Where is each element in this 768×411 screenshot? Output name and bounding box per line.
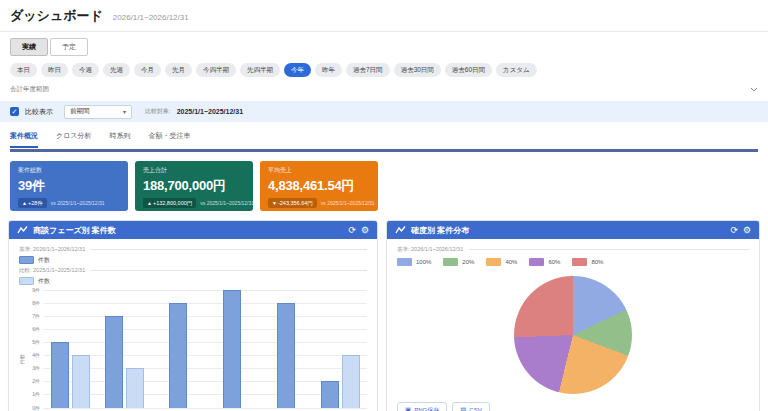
bar-base[interactable] — [105, 316, 123, 408]
pie-panel-title: 確度別 案件分布 — [411, 225, 469, 236]
y-axis-title: 件数 — [19, 290, 27, 411]
period-chip-5[interactable]: 先月 — [165, 63, 192, 77]
y-tick-label: 7件 — [32, 313, 40, 319]
period-chip-12[interactable]: 過去60日間 — [445, 63, 492, 77]
kpi-value: 39件 — [18, 177, 120, 195]
dashboard-page: ダッシュボード 2026/1/1~2026/12/31 実績予定 本日昨日今週先… — [0, 0, 768, 411]
y-tick-label: 6件 — [32, 326, 40, 332]
pie-legend-item-1: 20% — [443, 258, 474, 266]
bar-group-2 — [151, 290, 205, 408]
legend-divider — [91, 270, 367, 271]
gear-icon[interactable] — [361, 226, 369, 235]
bar-panel-title: 商談フェーズ別 案件数 — [33, 225, 116, 236]
period-chip-2[interactable]: 今週 — [72, 63, 99, 77]
kpi-delta-row: ▲+132,800,000円vs 2025/1/1~2025/12/31 — [143, 198, 245, 208]
period-chip-1[interactable]: 昨日 — [41, 63, 68, 77]
csv-export-button[interactable]: CSV — [452, 402, 490, 411]
bar-chart-panel: 商談フェーズ別 案件数 基準: 2026/1/1~2026/12/31件数比較:… — [8, 220, 378, 411]
bar-base[interactable] — [51, 342, 69, 408]
period-chip-11[interactable]: 過去30日間 — [394, 63, 441, 77]
bar-group-0 — [43, 290, 97, 408]
period-chip-13[interactable]: カスタム — [496, 63, 537, 77]
kpi-card-2: 平均売上4,838,461.54円▼-243,356.64円vs 2025/1/… — [260, 161, 378, 211]
bar-group-1 — [97, 290, 151, 408]
kpi-vs-period: vs 2025/1/1~2025/12/31 — [51, 200, 105, 206]
csv-export-label: CSV — [469, 407, 481, 411]
header-date-range: 2026/1/1~2026/12/31 — [113, 13, 189, 22]
period-chip-7[interactable]: 先四半期 — [240, 63, 280, 77]
comparison-period-select[interactable]: 前期間 — [64, 105, 132, 119]
png-export-button[interactable]: PNG保存 — [397, 402, 447, 411]
tab-0[interactable]: 案件概況 — [10, 131, 38, 148]
period-chip-0[interactable]: 本日 — [10, 63, 37, 77]
legend-item-0: 件数 — [19, 256, 367, 265]
bar-panel-header: 商談フェーズ別 案件数 — [9, 221, 377, 239]
legend-divider — [91, 249, 367, 250]
pie-legend-label: 40% — [505, 259, 517, 265]
kpi-vs-period: vs 2025/1/1~2025/12/31 — [321, 200, 375, 206]
bar-group-5 — [313, 290, 367, 408]
period-chip-10[interactable]: 過去7日間 — [346, 63, 390, 77]
view-toggle: 実績予定 — [10, 38, 758, 56]
bar-base[interactable] — [277, 303, 295, 408]
legend-period-0: 基準: 2026/1/1~2026/12/31 — [19, 246, 85, 253]
chevron-down-icon[interactable] — [750, 87, 758, 92]
pie-panel-body: 基準: 2026/1/1~2026/12/31 100%20%40%60%80%… — [387, 239, 759, 411]
comparison-period-value: 前期間 — [70, 107, 90, 116]
line-chart-icon — [395, 225, 406, 235]
kpi-label: 平均売上 — [268, 166, 370, 175]
bar-compare[interactable] — [342, 355, 360, 407]
period-chip-9[interactable]: 昨年 — [315, 63, 342, 77]
comparison-checkbox[interactable] — [10, 107, 19, 116]
fiscal-year-section[interactable]: 会計年度範囲 — [10, 85, 758, 94]
y-tick-label: 5件 — [32, 339, 40, 345]
tab-3[interactable]: 金額・受注率 — [149, 131, 191, 148]
period-chip-4[interactable]: 今月 — [134, 63, 161, 77]
period-chip-6[interactable]: 今四半期 — [196, 63, 236, 77]
tab-2[interactable]: 時系列 — [110, 131, 131, 148]
view-toggle-1[interactable]: 予定 — [50, 38, 88, 56]
table-icon — [460, 407, 466, 411]
page-header: ダッシュボード 2026/1/1~2026/12/31 — [0, 0, 768, 32]
arrow-up-icon: ▲ — [22, 200, 27, 206]
legend-period-1: 比較: 2025/1/1~2025/12/31 — [19, 267, 85, 274]
refresh-icon[interactable] — [730, 226, 738, 235]
bar-base[interactable] — [321, 381, 339, 407]
y-tick-label: 9件 — [32, 287, 40, 293]
bar-group-3 — [205, 290, 259, 408]
kpi-card-0: 案件総数39件▲+28件vs 2025/1/1~2025/12/31 — [10, 161, 128, 211]
y-tick-label: 2件 — [32, 378, 40, 384]
bar-base[interactable] — [223, 290, 241, 408]
kpi-delta-row: ▲+28件vs 2025/1/1~2025/12/31 — [18, 198, 120, 208]
period-chip-3[interactable]: 先週 — [103, 63, 130, 77]
period-chips: 本日昨日今週先週今月先月今四半期先四半期今年昨年過去7日間過去30日間過去60日… — [10, 63, 758, 77]
bar-compare[interactable] — [126, 368, 144, 407]
comparison-bar: 比較表示 前期間 比較対象: 2025/1/1~2025/12/31 — [0, 101, 768, 122]
bar-compare[interactable] — [72, 355, 90, 407]
arrow-up-icon: ▲ — [147, 200, 152, 206]
line-chart-icon — [17, 225, 28, 235]
kpi-label: 売上合計 — [143, 166, 245, 175]
gear-icon[interactable] — [743, 226, 751, 235]
legend-swatch — [19, 277, 34, 285]
y-tick-label: 4件 — [32, 352, 40, 358]
pie-legend-label: 20% — [462, 259, 474, 265]
comparison-checkbox-label: 比較表示 — [25, 107, 53, 117]
bar-base[interactable] — [169, 303, 187, 408]
kpi-label: 案件総数 — [18, 166, 120, 175]
delta-badge: ▲+28件 — [18, 198, 47, 208]
pie-legend-note: 基準: 2026/1/1~2026/12/31 — [397, 246, 749, 253]
bar-chart-legend: 基準: 2026/1/1~2026/12/31件数比較: 2025/1/1~20… — [19, 246, 367, 286]
image-icon — [405, 407, 411, 411]
tab-1[interactable]: クロス分析 — [56, 131, 92, 148]
legend-swatch — [486, 258, 501, 266]
bar-panel-body: 基準: 2026/1/1~2026/12/31件数比較: 2025/1/1~20… — [9, 239, 377, 411]
fiscal-year-label: 会計年度範囲 — [10, 85, 49, 94]
y-tick-label: 0件 — [32, 405, 40, 411]
bar-groups — [43, 290, 367, 408]
pie-legend-label: 60% — [548, 259, 560, 265]
refresh-icon[interactable] — [348, 226, 356, 235]
pie-chart[interactable] — [514, 276, 632, 394]
period-chip-8[interactable]: 今年 — [284, 63, 311, 77]
view-toggle-0[interactable]: 実績 — [10, 38, 48, 56]
